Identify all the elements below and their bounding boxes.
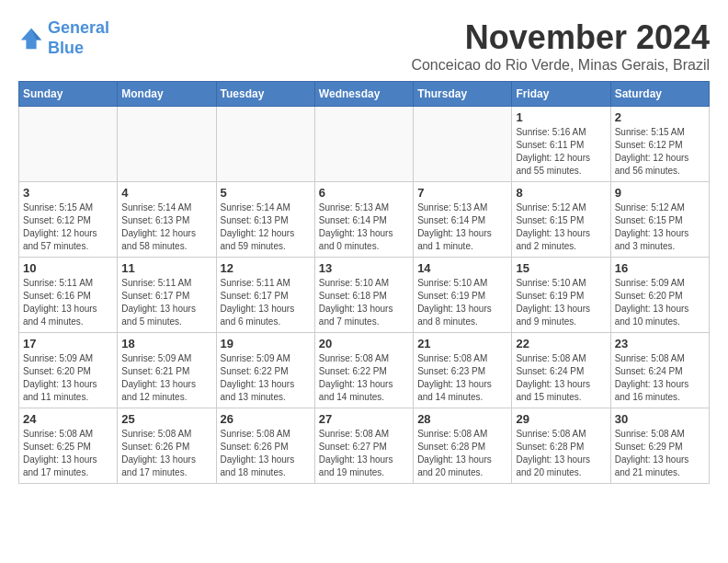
day-number: 28 xyxy=(417,412,507,426)
weekday-header: Wednesday xyxy=(314,82,413,107)
weekday-header-row: SundayMondayTuesdayWednesdayThursdayFrid… xyxy=(19,82,710,107)
day-info: Sunrise: 5:10 AMSunset: 6:18 PMDaylight:… xyxy=(319,277,409,328)
calendar-cell: 14Sunrise: 5:10 AMSunset: 6:19 PMDayligh… xyxy=(414,258,512,333)
weekday-header: Monday xyxy=(118,82,216,107)
page-header: General Blue November 2024 Conceicao do … xyxy=(18,18,710,74)
calendar-cell: 21Sunrise: 5:08 AMSunset: 6:23 PMDayligh… xyxy=(414,333,512,408)
weekday-header: Friday xyxy=(512,82,610,107)
day-number: 14 xyxy=(417,261,507,275)
day-number: 24 xyxy=(23,412,113,426)
calendar-cell: 26Sunrise: 5:08 AMSunset: 6:26 PMDayligh… xyxy=(216,408,314,484)
day-info: Sunrise: 5:09 AMSunset: 6:22 PMDaylight:… xyxy=(221,352,311,404)
day-number: 12 xyxy=(221,261,311,275)
calendar-cell: 8Sunrise: 5:12 AMSunset: 6:15 PMDaylight… xyxy=(512,182,610,258)
day-number: 3 xyxy=(23,186,113,200)
day-info: Sunrise: 5:10 AMSunset: 6:19 PMDaylight:… xyxy=(417,277,507,328)
day-number: 2 xyxy=(615,110,705,124)
day-info: Sunrise: 5:08 AMSunset: 6:29 PMDaylight:… xyxy=(615,428,705,479)
day-info: Sunrise: 5:08 AMSunset: 6:26 PMDaylight:… xyxy=(221,428,311,479)
calendar-cell: 11Sunrise: 5:11 AMSunset: 6:17 PMDayligh… xyxy=(118,258,216,333)
weekday-header: Thursday xyxy=(414,82,512,107)
day-info: Sunrise: 5:14 AMSunset: 6:13 PMDaylight:… xyxy=(221,201,311,253)
calendar-table: SundayMondayTuesdayWednesdayThursdayFrid… xyxy=(18,81,710,484)
day-info: Sunrise: 5:12 AMSunset: 6:15 PMDaylight:… xyxy=(516,201,606,253)
calendar-cell: 25Sunrise: 5:08 AMSunset: 6:26 PMDayligh… xyxy=(118,408,216,484)
calendar-cell xyxy=(216,107,314,182)
day-info: Sunrise: 5:08 AMSunset: 6:28 PMDaylight:… xyxy=(417,428,507,479)
title-section: November 2024 Conceicao do Rio Verde, Mi… xyxy=(411,18,710,74)
calendar-cell: 16Sunrise: 5:09 AMSunset: 6:20 PMDayligh… xyxy=(610,258,709,333)
calendar-cell: 27Sunrise: 5:08 AMSunset: 6:27 PMDayligh… xyxy=(314,408,413,484)
calendar-cell: 6Sunrise: 5:13 AMSunset: 6:14 PMDaylight… xyxy=(314,182,413,258)
calendar-cell xyxy=(414,107,512,182)
calendar-cell: 13Sunrise: 5:10 AMSunset: 6:18 PMDayligh… xyxy=(314,258,413,333)
calendar-cell: 2Sunrise: 5:15 AMSunset: 6:12 PMDaylight… xyxy=(610,107,709,182)
day-number: 16 xyxy=(615,261,705,275)
day-info: Sunrise: 5:08 AMSunset: 6:23 PMDaylight:… xyxy=(417,352,507,404)
day-number: 17 xyxy=(23,337,113,350)
calendar-week-row: 24Sunrise: 5:08 AMSunset: 6:25 PMDayligh… xyxy=(19,408,710,484)
day-number: 20 xyxy=(319,337,409,350)
day-number: 1 xyxy=(516,110,606,124)
calendar-cell: 23Sunrise: 5:08 AMSunset: 6:24 PMDayligh… xyxy=(610,333,709,408)
day-number: 8 xyxy=(516,186,606,200)
day-info: Sunrise: 5:11 AMSunset: 6:17 PMDaylight:… xyxy=(221,277,311,328)
calendar-cell: 17Sunrise: 5:09 AMSunset: 6:20 PMDayligh… xyxy=(19,333,118,408)
day-info: Sunrise: 5:14 AMSunset: 6:13 PMDaylight:… xyxy=(121,201,211,253)
day-info: Sunrise: 5:12 AMSunset: 6:15 PMDaylight:… xyxy=(615,201,705,253)
calendar-cell: 20Sunrise: 5:08 AMSunset: 6:22 PMDayligh… xyxy=(314,333,413,408)
month-title: November 2024 xyxy=(411,18,710,57)
logo: General Blue xyxy=(18,18,109,58)
logo-icon xyxy=(18,26,44,52)
day-info: Sunrise: 5:08 AMSunset: 6:22 PMDaylight:… xyxy=(319,352,409,404)
day-info: Sunrise: 5:08 AMSunset: 6:24 PMDaylight:… xyxy=(516,352,606,404)
calendar-cell xyxy=(19,107,118,182)
calendar-cell: 18Sunrise: 5:09 AMSunset: 6:21 PMDayligh… xyxy=(118,333,216,408)
day-info: Sunrise: 5:11 AMSunset: 6:16 PMDaylight:… xyxy=(23,277,113,328)
calendar-cell: 22Sunrise: 5:08 AMSunset: 6:24 PMDayligh… xyxy=(512,333,610,408)
day-info: Sunrise: 5:09 AMSunset: 6:20 PMDaylight:… xyxy=(615,277,705,328)
day-number: 27 xyxy=(319,412,409,426)
calendar-cell: 30Sunrise: 5:08 AMSunset: 6:29 PMDayligh… xyxy=(610,408,709,484)
weekday-header: Sunday xyxy=(19,82,118,107)
calendar-cell: 7Sunrise: 5:13 AMSunset: 6:14 PMDaylight… xyxy=(414,182,512,258)
day-info: Sunrise: 5:08 AMSunset: 6:27 PMDaylight:… xyxy=(319,428,409,479)
day-info: Sunrise: 5:15 AMSunset: 6:12 PMDaylight:… xyxy=(615,126,705,178)
day-number: 15 xyxy=(516,261,606,275)
calendar-cell: 4Sunrise: 5:14 AMSunset: 6:13 PMDaylight… xyxy=(118,182,216,258)
calendar-cell: 1Sunrise: 5:16 AMSunset: 6:11 PMDaylight… xyxy=(512,107,610,182)
day-info: Sunrise: 5:10 AMSunset: 6:19 PMDaylight:… xyxy=(516,277,606,328)
day-info: Sunrise: 5:13 AMSunset: 6:14 PMDaylight:… xyxy=(417,201,507,253)
day-info: Sunrise: 5:09 AMSunset: 6:20 PMDaylight:… xyxy=(23,352,113,404)
calendar-cell: 10Sunrise: 5:11 AMSunset: 6:16 PMDayligh… xyxy=(19,258,118,333)
location-subtitle: Conceicao do Rio Verde, Minas Gerais, Br… xyxy=(411,57,710,74)
day-number: 25 xyxy=(121,412,211,426)
day-info: Sunrise: 5:08 AMSunset: 6:26 PMDaylight:… xyxy=(121,428,211,479)
calendar-week-row: 10Sunrise: 5:11 AMSunset: 6:16 PMDayligh… xyxy=(19,258,710,333)
day-info: Sunrise: 5:08 AMSunset: 6:25 PMDaylight:… xyxy=(23,428,113,479)
calendar-cell: 9Sunrise: 5:12 AMSunset: 6:15 PMDaylight… xyxy=(610,182,709,258)
day-number: 21 xyxy=(417,337,507,350)
calendar-cell: 3Sunrise: 5:15 AMSunset: 6:12 PMDaylight… xyxy=(19,182,118,258)
day-number: 13 xyxy=(319,261,409,275)
calendar-cell: 28Sunrise: 5:08 AMSunset: 6:28 PMDayligh… xyxy=(414,408,512,484)
calendar-cell xyxy=(314,107,413,182)
weekday-header: Tuesday xyxy=(216,82,314,107)
day-number: 30 xyxy=(615,412,705,426)
day-info: Sunrise: 5:08 AMSunset: 6:24 PMDaylight:… xyxy=(615,352,705,404)
day-number: 5 xyxy=(221,186,311,200)
day-number: 10 xyxy=(23,261,113,275)
calendar-cell: 24Sunrise: 5:08 AMSunset: 6:25 PMDayligh… xyxy=(19,408,118,484)
weekday-header: Saturday xyxy=(610,82,709,107)
calendar-cell: 19Sunrise: 5:09 AMSunset: 6:22 PMDayligh… xyxy=(216,333,314,408)
day-number: 23 xyxy=(615,337,705,350)
day-number: 11 xyxy=(121,261,211,275)
calendar-week-row: 17Sunrise: 5:09 AMSunset: 6:20 PMDayligh… xyxy=(19,333,710,408)
calendar-cell: 15Sunrise: 5:10 AMSunset: 6:19 PMDayligh… xyxy=(512,258,610,333)
day-info: Sunrise: 5:09 AMSunset: 6:21 PMDaylight:… xyxy=(121,352,211,404)
day-number: 18 xyxy=(121,337,211,350)
calendar-week-row: 3Sunrise: 5:15 AMSunset: 6:12 PMDaylight… xyxy=(19,182,710,258)
day-info: Sunrise: 5:11 AMSunset: 6:17 PMDaylight:… xyxy=(121,277,211,328)
day-number: 4 xyxy=(121,186,211,200)
calendar-cell: 12Sunrise: 5:11 AMSunset: 6:17 PMDayligh… xyxy=(216,258,314,333)
